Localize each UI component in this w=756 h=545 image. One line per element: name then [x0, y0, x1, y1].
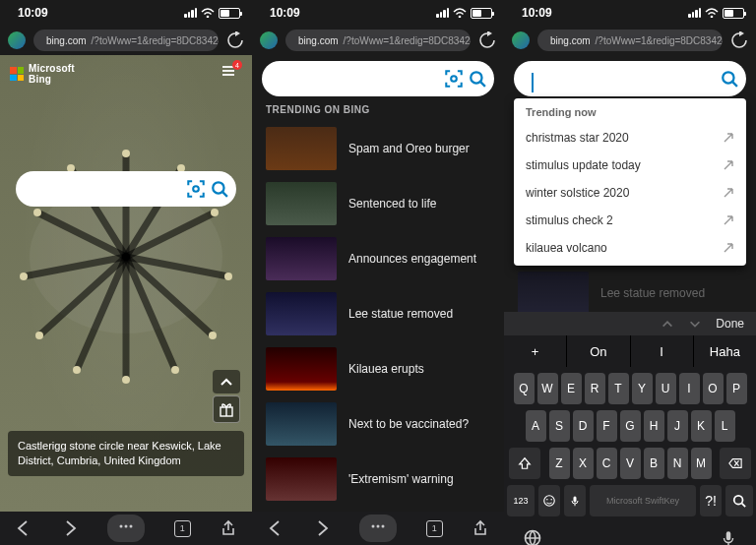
trending-item[interactable]: Next to be vaccinated? [252, 398, 504, 454]
search-box[interactable] [16, 171, 236, 207]
page-menu-button[interactable] [359, 515, 397, 542]
forward-button[interactable] [61, 519, 79, 537]
spacebar-key[interactable]: Microsoft SwiftKey [590, 485, 696, 516]
refresh-icon[interactable] [478, 31, 496, 49]
safari-address-bar[interactable]: bing.com/?toWww=1&redig=8DC83424F97B40..… [504, 26, 756, 55]
trending-thumb [266, 127, 337, 170]
key-q[interactable]: Q [514, 373, 535, 404]
suggestion-item[interactable]: stimulus check 2 [514, 207, 746, 234]
mic-icon [569, 494, 581, 508]
profile-avatar-icon[interactable] [8, 31, 26, 49]
search-icon[interactable] [469, 70, 486, 88]
key-e[interactable]: E [561, 373, 582, 404]
suggestion-item[interactable]: kilauea volcano [514, 234, 746, 262]
backspace-key[interactable] [720, 448, 751, 479]
refresh-icon[interactable] [730, 31, 748, 49]
trending-item[interactable]: Spam and Oreo burger [252, 123, 504, 178]
trending-item[interactable]: 'Extremism' warning [252, 454, 504, 509]
key-r[interactable]: R [585, 373, 605, 404]
search-icon[interactable] [721, 70, 738, 88]
key-t[interactable]: T [608, 373, 629, 404]
visual-search-icon[interactable] [187, 180, 205, 198]
signal-icon [436, 8, 449, 18]
numbers-key[interactable]: 123 [507, 485, 535, 516]
profile-avatar-icon[interactable] [260, 31, 278, 49]
expand-up-button[interactable] [213, 370, 240, 394]
trending-item[interactable]: Sentenced to life [252, 178, 504, 233]
dictation-key[interactable] [720, 528, 737, 545]
key-x[interactable]: X [573, 448, 594, 479]
key-z[interactable]: Z [549, 448, 570, 479]
back-button[interactable] [267, 519, 284, 537]
image-caption: Castlerigg stone circle near Keswick, La… [8, 431, 244, 476]
search-icon[interactable] [211, 180, 228, 198]
key-d[interactable]: D [573, 410, 594, 442]
safari-address-bar[interactable]: bing.com/?toWww=1&redig=8DC83424F97B40..… [252, 26, 504, 55]
prev-field-button[interactable] [661, 317, 674, 331]
key-b[interactable]: B [644, 448, 664, 479]
key-s[interactable]: S [549, 410, 570, 442]
bing-logo[interactable]: MicrosoftBing [10, 63, 75, 85]
key-l[interactable]: L [715, 410, 735, 442]
refresh-icon[interactable] [226, 31, 244, 49]
rewards-button[interactable] [213, 395, 240, 423]
keyboard-done-button[interactable]: Done [716, 317, 744, 331]
key-i[interactable]: I [679, 373, 700, 404]
globe-key[interactable] [523, 528, 542, 545]
tabs-button[interactable]: 1 [426, 520, 443, 537]
shift-key[interactable] [509, 448, 540, 479]
trending-item[interactable]: Kilauea erupts [252, 343, 504, 398]
suggestion-item[interactable]: winter solstice 2020 [514, 179, 746, 207]
key-y[interactable]: Y [632, 373, 653, 404]
profile-avatar-icon[interactable] [512, 31, 530, 49]
key-g[interactable]: G [620, 410, 641, 442]
status-time: 10:09 [270, 6, 300, 20]
url-pill[interactable]: bing.com/?toWww=1&redig=8DC83424F97B40..… [285, 30, 471, 51]
share-button[interactable] [220, 519, 237, 537]
keyboard-accessory-bar: Done [504, 312, 756, 335]
forward-button[interactable] [313, 519, 331, 537]
search-box[interactable] [262, 61, 494, 96]
suggestion-item[interactable]: stimulus update today [514, 151, 746, 179]
key-c[interactable]: C [597, 448, 617, 479]
suggestion-item[interactable]: christmas star 2020 [514, 124, 746, 151]
share-button[interactable] [472, 519, 489, 537]
key-w[interactable]: W [537, 373, 558, 404]
url-pill[interactable]: bing.com/?toWww=1&redig=8DC83424F97B40..… [537, 30, 723, 51]
prediction[interactable]: Haha [694, 335, 756, 367]
key-u[interactable]: U [656, 373, 676, 404]
tabs-button[interactable]: 1 [174, 520, 191, 537]
key-m[interactable]: M [691, 448, 712, 479]
key-a[interactable]: A [526, 410, 546, 442]
key-n[interactable]: N [667, 448, 688, 479]
exclaim-key[interactable]: ?! [700, 485, 722, 516]
hamburger-menu-button[interactable]: 4 [220, 63, 242, 79]
back-button[interactable] [15, 519, 32, 537]
key-v[interactable]: V [620, 448, 641, 479]
url-pill[interactable]: bing.com/?toWww=1&redig=8DC83424F97B40..… [33, 30, 219, 51]
text-cursor [532, 73, 534, 92]
visual-search-icon[interactable] [445, 70, 463, 88]
prediction[interactable]: On [567, 335, 630, 367]
safari-toolbar: 1 [0, 512, 252, 545]
key-o[interactable]: O [703, 373, 724, 404]
prediction[interactable]: + [504, 335, 567, 367]
mic-key[interactable] [564, 485, 586, 516]
emoji-key[interactable] [538, 485, 560, 516]
search-key[interactable] [725, 485, 753, 516]
key-f[interactable]: F [597, 410, 617, 442]
trending-thumb [266, 457, 337, 501]
safari-address-bar[interactable]: bing.com/?toWww=1&redig=8DC83424F97B40..… [0, 26, 252, 55]
search-box-focused[interactable] [514, 61, 746, 96]
brand-line2: Bing [29, 74, 51, 85]
search-input[interactable] [522, 72, 523, 87]
next-field-button[interactable] [688, 317, 702, 331]
key-j[interactable]: J [667, 410, 688, 442]
trending-item[interactable]: Lee statue removed [252, 288, 504, 343]
key-p[interactable]: P [726, 373, 747, 404]
page-menu-button[interactable] [107, 515, 145, 542]
key-k[interactable]: K [691, 410, 712, 442]
trending-item[interactable]: Announces engagement [252, 233, 504, 288]
key-h[interactable]: H [644, 410, 664, 442]
prediction[interactable]: I [631, 335, 694, 367]
